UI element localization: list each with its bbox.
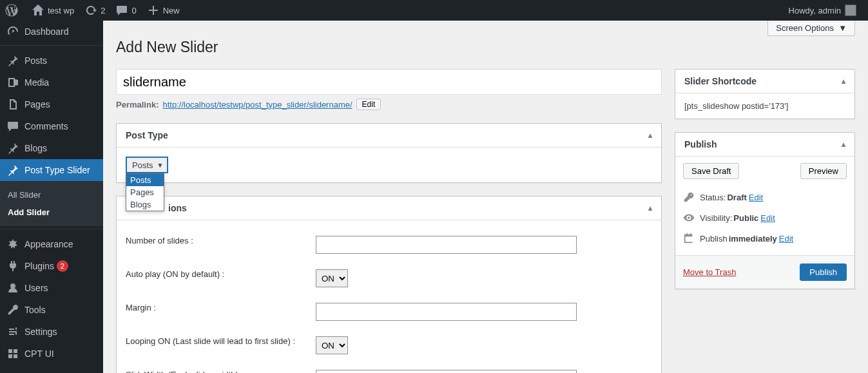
menu-cpt-ui[interactable]: CPT UI — [0, 343, 103, 365]
menu-label: Appearance — [24, 239, 73, 249]
schedule-row: Publish immediately Edit — [683, 228, 847, 249]
visibility-row: Visibility: Public Edit — [683, 207, 847, 228]
submenu-post-type-slider: All Slider Add Slider — [0, 181, 103, 226]
menu-label: Dashboard — [24, 26, 69, 37]
preview-button[interactable]: Preview — [800, 163, 847, 179]
visibility-edit[interactable]: Edit — [760, 213, 775, 223]
howdy[interactable]: Howdy, admin — [784, 0, 862, 21]
dashboard-icon — [6, 25, 19, 38]
calendar-icon — [683, 233, 695, 244]
menu-label: Media — [24, 77, 49, 88]
wp-logo[interactable] — [0, 0, 26, 21]
menu-appearance[interactable]: Appearance — [0, 233, 103, 255]
slidewidth-input[interactable] — [316, 370, 577, 373]
post-type-option-pages[interactable]: Pages — [126, 186, 164, 198]
wordpress-icon — [5, 4, 18, 17]
site-name[interactable]: test wp — [26, 0, 79, 21]
users-icon — [6, 282, 19, 294]
publish-box-title: Publish — [684, 139, 717, 149]
status-row: Status: Draft Edit — [683, 187, 847, 207]
menu-label: Posts — [24, 55, 47, 66]
menu-label: Pages — [24, 99, 50, 110]
toggle-icon[interactable]: ▴ — [842, 77, 845, 86]
post-type-select[interactable]: Posts ▼ — [126, 157, 168, 173]
permalink-row: Permalink: http://localhost/testwp/post_… — [116, 99, 662, 110]
menu-posts[interactable]: Posts — [0, 50, 103, 72]
looping-label: Looping ON (Last slide will lead to firs… — [126, 329, 316, 362]
visibility-value: Public — [733, 213, 758, 223]
pin-icon — [6, 54, 19, 67]
post-type-box: Post Type ▴ Posts ▼ Posts Pages Blogs — [116, 123, 662, 183]
post-type-selected: Posts — [132, 160, 153, 170]
menu-label: Plugins — [24, 261, 54, 271]
menu-users[interactable]: Users — [0, 277, 103, 299]
menu-settings[interactable]: Settings — [0, 321, 103, 343]
plus-icon — [147, 4, 160, 17]
margin-label: Margin : — [126, 295, 316, 329]
appearance-icon — [6, 238, 19, 251]
menu-label: Blogs — [24, 143, 47, 153]
pin-icon — [6, 164, 19, 177]
publish-box: Publish ▴ Save Draft Preview Status: Dra… — [675, 132, 855, 289]
menu-tools[interactable]: Tools — [0, 299, 103, 321]
looping-select[interactable]: ON — [316, 336, 348, 354]
plugins-update-badge: 2 — [57, 260, 68, 272]
screen-options[interactable]: Screen Options ▼ — [767, 21, 855, 36]
comments-count: 0 — [131, 6, 136, 15]
permalink-edit-button[interactable]: Edit — [356, 99, 381, 110]
site-name-label: test wp — [48, 6, 74, 15]
post-type-option-posts[interactable]: Posts — [126, 174, 164, 186]
screen-options-label: Screen Options — [776, 23, 834, 33]
comments-bar[interactable]: 0 — [110, 0, 141, 21]
menu-plugins[interactable]: Plugins 2 — [0, 255, 103, 277]
menu-label: Comments — [24, 121, 68, 131]
separator — [0, 226, 103, 229]
save-draft-button[interactable]: Save Draft — [683, 163, 739, 179]
separator — [0, 43, 103, 46]
menu-label: CPT UI — [24, 349, 54, 359]
toggle-icon[interactable]: ▴ — [648, 131, 652, 140]
plugins-icon — [6, 260, 19, 273]
post-title-input[interactable] — [116, 69, 662, 95]
menu-dashboard[interactable]: Dashboard — [0, 21, 103, 43]
menu-blogs[interactable]: Blogs — [0, 137, 103, 159]
submenu-add-slider[interactable]: Add Slider — [0, 204, 103, 221]
screen-options-button[interactable]: Screen Options ▼ — [767, 21, 855, 36]
shortcode-box: Slider Shortcode ▴ [pts_slideshow postid… — [675, 69, 855, 119]
updates[interactable]: 2 — [79, 0, 110, 21]
num-slides-input[interactable] — [316, 236, 577, 254]
margin-input[interactable] — [316, 303, 577, 321]
new-label: New — [163, 6, 180, 15]
publish-button[interactable]: Publish — [800, 263, 847, 281]
slidewidth-label: SlideWidth (Each slides width) : — [126, 362, 316, 373]
menu-post-type-slider[interactable]: Post Type Slider — [0, 159, 103, 181]
menu-comments[interactable]: Comments — [0, 115, 103, 137]
publish-label: Publish — [700, 234, 728, 244]
settings-icon — [6, 325, 19, 338]
menu-label: Settings — [24, 327, 57, 337]
howdy-label: Howdy, admin — [789, 6, 841, 15]
toggle-icon[interactable]: ▴ — [648, 204, 652, 213]
post-type-dropdown: Posts Pages Blogs — [126, 173, 164, 211]
menu-pages[interactable]: Pages — [0, 93, 103, 115]
tools-icon — [6, 303, 19, 316]
new-content[interactable]: New — [142, 0, 185, 21]
post-type-option-blogs[interactable]: Blogs — [126, 198, 164, 211]
autoplay-select[interactable]: ON — [316, 269, 348, 287]
visibility-label: Visibility: — [700, 213, 732, 223]
permalink-url[interactable]: http://localhost/testwp/post_type_slider… — [162, 100, 352, 110]
move-to-trash[interactable]: Move to Trash — [683, 267, 736, 277]
toggle-icon[interactable]: ▴ — [842, 140, 845, 149]
publish-edit[interactable]: Edit — [779, 234, 793, 244]
eye-icon — [683, 212, 695, 224]
menu-label: Post Type Slider — [24, 165, 90, 175]
publish-value: immediately — [729, 234, 777, 244]
status-edit[interactable]: Edit — [749, 193, 763, 202]
menu-media[interactable]: Media — [0, 72, 103, 93]
updates-icon — [84, 4, 97, 17]
autoplay-label: Auto play (ON by default) : — [126, 262, 316, 295]
shortcode-box-title: Slider Shortcode — [684, 76, 757, 86]
submenu-all-slider[interactable]: All Slider — [0, 186, 103, 204]
cpt-ui-icon — [6, 347, 19, 360]
slider-options-box: ions ▴ Number of slides : Auto play (ON … — [116, 196, 662, 373]
